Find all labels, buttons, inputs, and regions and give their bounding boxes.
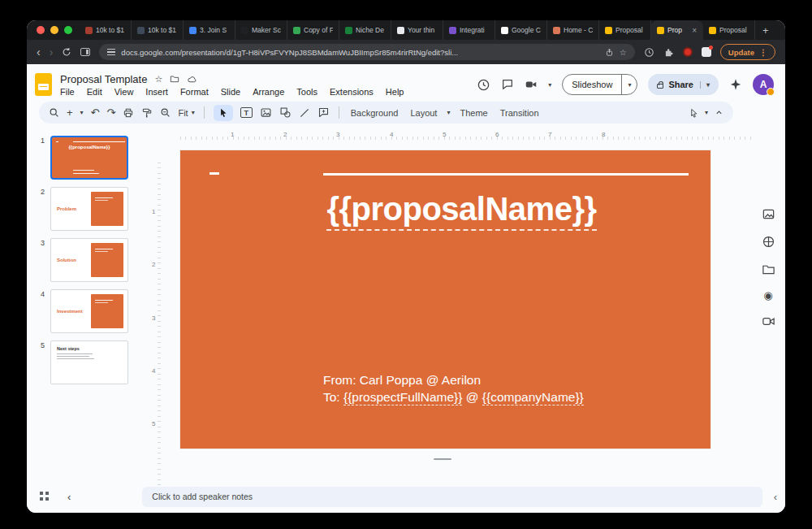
insert-image-tool[interactable] (260, 106, 272, 119)
slide-title-textbox[interactable]: {{proposalName}} (213, 191, 710, 228)
minimize-window-button[interactable] (50, 26, 58, 34)
zoom-select[interactable]: Fit▾ (178, 108, 194, 118)
notes-resize-handle[interactable] (434, 458, 451, 460)
collapse-filmstrip-icon[interactable]: ‹ (67, 491, 71, 503)
slide-editor[interactable]: {{proposalName}} From: Carl Poppa @ Aeri… (180, 150, 710, 449)
extensions-puzzle-icon[interactable] (663, 47, 674, 58)
slideshow-button[interactable]: Slideshow (563, 75, 622, 94)
menu-tools[interactable]: Tools (296, 87, 317, 97)
slide-accent-dash[interactable] (209, 172, 219, 175)
slides-logo[interactable] (35, 73, 52, 96)
share-dropdown[interactable]: ▾ (700, 81, 710, 89)
add-comment-tool[interactable] (317, 106, 330, 119)
site-info-icon[interactable] (107, 49, 115, 55)
share-button[interactable]: Share ▾ (648, 74, 719, 95)
menu-help[interactable]: Help (386, 87, 404, 97)
browser-tab[interactable]: 3. Join S (184, 20, 235, 40)
slide-4-thumbnail[interactable]: Investment (50, 289, 128, 333)
undo-button[interactable]: ↶ (91, 107, 100, 118)
theme-button[interactable]: Theme (457, 108, 490, 118)
browser-tab[interactable]: Maker Sc (235, 20, 287, 40)
forward-button[interactable]: › (50, 46, 54, 58)
text-box-tool[interactable]: T (240, 107, 253, 118)
meet-dropdown-icon[interactable]: ▾ (548, 81, 551, 89)
search-menus-icon[interactable] (49, 107, 59, 118)
expand-side-panel-icon[interactable]: ‹ (774, 491, 777, 503)
new-slide-dropdown-icon[interactable]: ▾ (80, 109, 84, 116)
browser-tab[interactable]: 10k to $1 (80, 20, 132, 40)
cloud-status-icon[interactable] (187, 74, 197, 85)
slide-2-thumbnail[interactable]: Problem (50, 187, 128, 231)
layout-button[interactable]: Layout (408, 108, 439, 118)
browser-tab[interactable]: Niche De (339, 20, 391, 40)
browser-tab[interactable]: Your thin (391, 20, 443, 40)
slide-1-thumbnail[interactable]: {{proposalName}} (50, 136, 128, 180)
back-button[interactable]: ‹ (37, 46, 41, 58)
browser-tab[interactable]: 10k to $1 (132, 20, 184, 40)
editing-mode-icon[interactable] (689, 108, 698, 118)
slide-fromto-textbox[interactable]: From: Carl Poppa @ Aerilon To: {{prospec… (323, 371, 584, 405)
panel-folder-icon[interactable] (762, 262, 775, 276)
line-tool[interactable] (299, 107, 310, 119)
bookmark-star-icon[interactable]: ☆ (620, 48, 627, 57)
shape-tool[interactable] (279, 106, 292, 119)
print-button[interactable] (123, 107, 134, 119)
menu-arrange[interactable]: Arrange (253, 87, 284, 97)
panel-photos-icon[interactable] (762, 235, 775, 249)
background-button[interactable]: Background (348, 108, 401, 118)
menu-view[interactable]: View (114, 87, 134, 97)
slide-divider-line[interactable] (323, 173, 689, 176)
new-tab-button[interactable]: + (755, 20, 776, 40)
redo-button[interactable]: ↷ (107, 107, 116, 118)
gemini-sparkle-icon[interactable] (729, 78, 742, 91)
document-title[interactable]: Proposal Template (60, 73, 147, 85)
reload-button[interactable] (62, 47, 71, 57)
layout-dropdown-icon[interactable]: ▾ (447, 109, 450, 116)
account-avatar[interactable]: A (753, 74, 774, 95)
panel-camera-icon[interactable] (762, 314, 775, 328)
history-sync-icon[interactable] (644, 47, 654, 58)
slide-5-thumbnail[interactable]: Next steps (50, 340, 128, 384)
panel-record-icon[interactable]: ◉ (763, 290, 772, 301)
browser-tab[interactable]: Google C (495, 20, 547, 40)
editing-mode-dropdown-icon[interactable]: ▾ (705, 109, 708, 116)
menu-format[interactable]: Format (180, 87, 209, 97)
new-slide-button[interactable]: + (67, 107, 73, 118)
update-button[interactable]: Update ⋮ (720, 44, 775, 60)
panel-image-icon[interactable] (762, 207, 775, 221)
comments-icon[interactable] (501, 78, 514, 91)
tab-close-icon[interactable]: × (692, 26, 697, 35)
meet-camera-icon[interactable] (525, 78, 538, 91)
browser-tab-active[interactable]: Prop× (651, 20, 703, 40)
fullscreen-window-button[interactable] (64, 26, 72, 34)
browser-tab[interactable]: Proposal (703, 20, 755, 40)
transition-button[interactable]: Transition (498, 108, 542, 118)
collapse-toolbar-icon[interactable] (715, 108, 723, 117)
browser-tab[interactable]: Integrati (443, 20, 495, 40)
slide-3-thumbnail[interactable]: Solution (50, 238, 128, 282)
move-folder-icon[interactable] (170, 74, 179, 84)
address-bar[interactable]: docs.google.com/presentation/d/1gT-H8iVP… (99, 44, 634, 60)
grid-view-icon[interactable] (40, 492, 43, 495)
version-history-icon[interactable] (477, 78, 490, 92)
star-document-icon[interactable]: ☆ (154, 74, 162, 85)
extension-notification-icon[interactable] (702, 47, 711, 57)
browser-tab[interactable]: Proposal (599, 20, 651, 40)
browser-tab[interactable]: Home - C (547, 20, 599, 40)
share-page-icon[interactable] (605, 48, 614, 57)
menu-insert[interactable]: Insert (145, 87, 168, 97)
extension-badge-icon[interactable] (683, 47, 693, 57)
zoom-icon[interactable] (160, 107, 171, 118)
select-tool-button[interactable] (214, 105, 233, 121)
slideshow-dropdown[interactable]: ▾ (622, 75, 637, 94)
menu-extensions[interactable]: Extensions (330, 87, 374, 97)
browser-tab[interactable]: Copy of F (287, 20, 339, 40)
close-window-button[interactable] (37, 26, 45, 34)
menu-edit[interactable]: Edit (87, 87, 102, 97)
speaker-notes-input[interactable]: Click to add speaker notes (142, 487, 762, 507)
paint-format-button[interactable] (141, 107, 153, 119)
menu-file[interactable]: File (60, 87, 75, 97)
side-panel-icon[interactable] (80, 48, 90, 56)
menu-slide[interactable]: Slide (221, 87, 240, 97)
browser-menu-icon[interactable]: ⋮ (759, 48, 767, 57)
